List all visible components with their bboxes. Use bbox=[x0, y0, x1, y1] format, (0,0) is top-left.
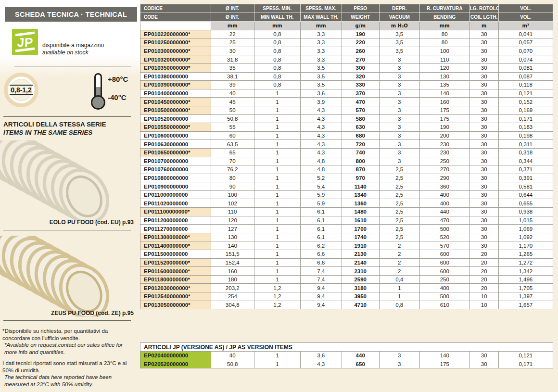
unit-cell: mm bbox=[419, 22, 469, 30]
value-cell: 3180 bbox=[342, 284, 379, 292]
value-cell: 1 bbox=[254, 190, 300, 199]
thermometer-bulb bbox=[91, 95, 105, 110]
table-row: EP0108000000008015,29702,5290300,391 bbox=[140, 174, 553, 182]
value-cell: 3,3 bbox=[300, 55, 342, 64]
wall-thickness-value: 0,8-1,2 bbox=[10, 85, 33, 95]
table-row: EP010500000000*5014,35703175300,169 bbox=[140, 106, 553, 114]
unit-cell: mm bbox=[254, 22, 300, 30]
value-cell: 600 bbox=[419, 267, 469, 276]
value-cell: 1 bbox=[254, 131, 300, 140]
value-cell: 570 bbox=[342, 106, 379, 114]
value-cell: 1 bbox=[254, 123, 300, 132]
value-cell: 30 bbox=[469, 81, 498, 89]
value-cell: 7,4 bbox=[300, 267, 342, 276]
value-cell: 1 bbox=[254, 225, 300, 233]
related-item-caption-eolo: EOLO PU FOOD (cod. EU) p.93 bbox=[50, 219, 134, 226]
value-cell: 3 bbox=[379, 157, 419, 165]
value-cell: 2,5 bbox=[379, 208, 419, 216]
unit-cell: mm bbox=[300, 22, 342, 30]
value-cell: 1,092 bbox=[498, 233, 553, 241]
value-cell: 1480 bbox=[342, 208, 379, 216]
value-cell: 2590 bbox=[342, 275, 379, 284]
value-cell: 1,265 bbox=[498, 250, 553, 259]
divider bbox=[3, 230, 131, 230]
value-cell: 0,581 bbox=[498, 182, 553, 191]
header-row-english: CODE Ø INT. MIN WALL TH. MAX WALL TH. WE… bbox=[140, 13, 553, 22]
value-cell: 1,342 bbox=[498, 267, 553, 276]
jp-stock-logo: JP bbox=[12, 29, 38, 55]
stock-note-italian: disponibile a magazzino bbox=[42, 42, 104, 49]
table-row: EP0104000000004013,63703140300,121 bbox=[140, 89, 553, 98]
value-cell: 20 bbox=[469, 258, 498, 267]
value-cell: 2,5 bbox=[379, 182, 419, 191]
value-cell: 200 bbox=[419, 131, 469, 140]
col-header: BENDING bbox=[419, 13, 469, 22]
value-cell: 175 bbox=[419, 106, 469, 114]
value-cell: 10 bbox=[469, 301, 498, 309]
value-cell: 2,5 bbox=[379, 216, 419, 225]
value-cell: 4,3 bbox=[300, 140, 342, 149]
value-cell: 63,5 bbox=[211, 140, 254, 149]
col-header: SPESS. MAX. bbox=[300, 4, 342, 13]
value-cell: 30 bbox=[469, 190, 498, 199]
value-cell: 4,8 bbox=[300, 157, 342, 165]
product-code-cell: EP010600000000 bbox=[140, 131, 211, 140]
table-row: EP011300000000*13016,117402,5520301,092 bbox=[140, 233, 553, 241]
value-cell: 870 bbox=[342, 165, 379, 174]
value-cell: 30 bbox=[469, 114, 498, 123]
value-cell: 304,8 bbox=[211, 301, 254, 309]
col-header: Ø INT. bbox=[211, 4, 254, 13]
value-cell: 0,171 bbox=[498, 360, 553, 368]
value-cell: 2,5 bbox=[379, 190, 419, 199]
value-cell: 2 bbox=[379, 267, 419, 276]
hose-image-zeus bbox=[0, 236, 137, 316]
value-cell: 3 bbox=[379, 55, 419, 64]
value-cell: 1610 bbox=[342, 216, 379, 225]
value-cell: 20 bbox=[469, 250, 498, 259]
value-cell: 3,6 bbox=[300, 352, 342, 360]
value-cell: 1740 bbox=[342, 233, 379, 241]
value-cell: 151,5 bbox=[211, 250, 254, 259]
value-cell: 1,496 bbox=[498, 275, 553, 284]
value-cell: 0,087 bbox=[498, 72, 553, 81]
value-cell: 6,6 bbox=[300, 250, 342, 259]
product-code-cell: EP011520000000* bbox=[140, 258, 211, 267]
value-cell: 1 bbox=[254, 233, 300, 241]
value-cell: 30 bbox=[469, 98, 498, 106]
value-cell: 30 bbox=[211, 47, 254, 55]
table-row: EP013050000000*304,81,29,447100,8610101,… bbox=[140, 301, 553, 309]
value-cell: 3,5 bbox=[300, 81, 342, 89]
table-row: EP011600000000*16017,423102600201,342 bbox=[140, 267, 553, 276]
value-cell: 30 bbox=[469, 199, 498, 208]
value-cell: 180 bbox=[211, 275, 254, 284]
value-cell: 3 bbox=[379, 106, 419, 114]
value-cell: 130 bbox=[419, 72, 469, 81]
value-cell: 2,5 bbox=[379, 199, 419, 208]
table-row: EP02052000000050,814,36503175300,171 bbox=[140, 360, 553, 368]
col-header: WEIGHT bbox=[342, 13, 379, 22]
value-cell: 70 bbox=[211, 157, 254, 165]
value-cell: 190 bbox=[342, 30, 379, 38]
value-cell: 30 bbox=[469, 216, 498, 225]
value-cell: 3 bbox=[379, 81, 419, 89]
value-cell: 970 bbox=[342, 174, 379, 182]
product-code-cell: EP010520000000 bbox=[140, 114, 211, 123]
product-code-cell: EP011300000000* bbox=[140, 233, 211, 241]
value-cell: 30 bbox=[469, 157, 498, 165]
value-cell: 230 bbox=[419, 140, 469, 149]
value-cell: 1 bbox=[254, 106, 300, 114]
value-cell: 25 bbox=[211, 38, 254, 47]
value-cell: 3,5 bbox=[300, 63, 342, 72]
product-code-cell: EP010500000000* bbox=[140, 106, 211, 114]
product-code-cell: EP011270000000 bbox=[140, 225, 211, 233]
value-cell: 3 bbox=[379, 148, 419, 157]
value-cell: 5,9 bbox=[300, 199, 342, 208]
value-cell: 3,5 bbox=[379, 47, 419, 55]
table-row: EP010220000000*220,83,31903,580300,041 bbox=[140, 30, 553, 38]
wall-thickness-badge: 0,8-1,2 bbox=[4, 73, 38, 107]
value-cell: 2310 bbox=[342, 267, 379, 276]
col-header: R. CURVATURA bbox=[419, 4, 469, 13]
table-row: EP0107000000007014,88003250300,344 bbox=[140, 157, 553, 165]
product-code-cell: EP010400000000 bbox=[140, 89, 211, 98]
value-cell: 0,183 bbox=[498, 123, 553, 132]
